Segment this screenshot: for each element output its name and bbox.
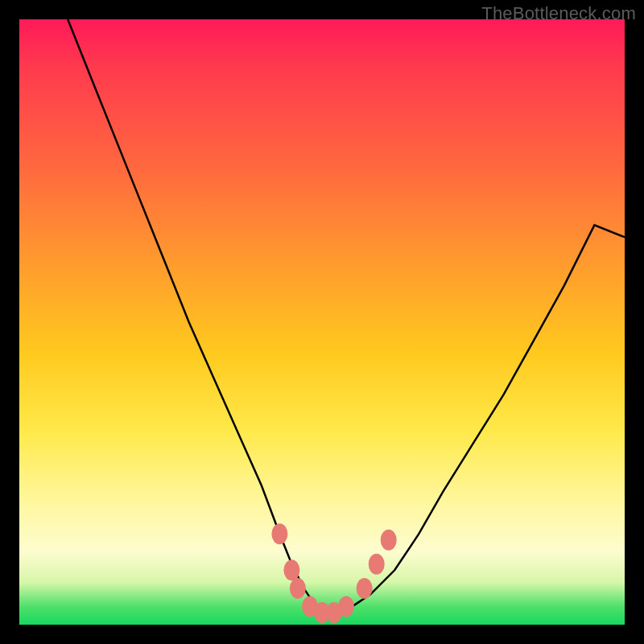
chart-frame: TheBottleneck.com (0, 0, 644, 644)
chart-plot-area (19, 19, 625, 625)
watermark-text: TheBottleneck.com (481, 3, 636, 24)
